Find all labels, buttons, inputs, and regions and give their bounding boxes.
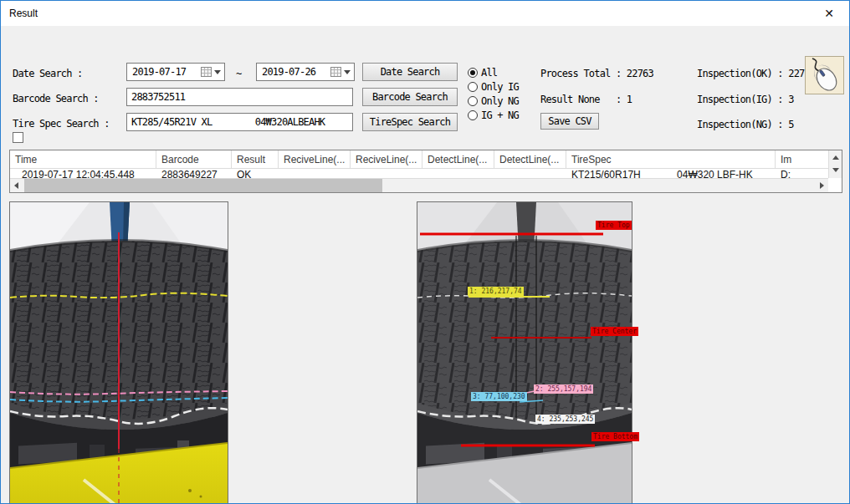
column-header-tirespec[interactable]: TireSpec xyxy=(566,150,776,168)
tirespec-search-label: Tire Spec Search : xyxy=(13,118,110,130)
process-total: Process Total : 22763 xyxy=(540,68,653,79)
table-body: 2019-07-17 12:04:45.448 2883649227 OK KT… xyxy=(10,169,842,178)
results-table: Time Barcode Result ReciveLine(... Reciv… xyxy=(9,150,842,193)
scrollbar-thumb[interactable] xyxy=(24,179,382,192)
cell-detectline1 xyxy=(422,169,494,178)
inspection-ig: Inspection(IG) : 3 xyxy=(697,94,794,105)
result-filter-group: All Only IG Only NG IG + NG xyxy=(468,65,519,122)
cell-result: OK xyxy=(232,169,279,178)
result-none-label: Result None : xyxy=(540,94,621,105)
radio-only-ng[interactable]: Only NG xyxy=(468,94,519,108)
radio-icon[interactable] xyxy=(468,82,478,92)
scroll-up-icon[interactable] xyxy=(832,155,839,160)
inspection-ig-label: Inspection(IG) : xyxy=(697,94,783,105)
radio-only-ng-label: Only NG xyxy=(481,95,519,107)
process-total-value: 22763 xyxy=(627,68,653,79)
window-title: Result xyxy=(9,8,38,19)
radio-icon[interactable] xyxy=(468,68,478,78)
inspection-ng-label: Inspection(NG) : xyxy=(697,119,783,130)
column-header-detectline1[interactable]: DetectLine(... xyxy=(422,150,494,168)
tire-center-label: Tire Center xyxy=(591,327,638,336)
chevron-down-icon[interactable] xyxy=(344,70,351,74)
radio-ig-ng-label: IG + NG xyxy=(481,109,519,121)
tirespec-search-input[interactable] xyxy=(126,113,353,131)
radio-icon[interactable] xyxy=(468,110,478,120)
radio-only-ig[interactable]: Only IG xyxy=(468,79,519,94)
line4-label: 4: 235,253,245 xyxy=(535,415,595,424)
tire-image-inspection: Tire Top 1: 216,217,74 Tire Center 2: 25… xyxy=(417,201,632,504)
cell-reciveline2 xyxy=(351,169,422,178)
date-from-picker[interactable]: 2019-07-17 xyxy=(126,63,225,81)
line3-label: 3: 77,100,230 xyxy=(471,392,527,401)
result-none: Result None : 1 xyxy=(540,94,632,105)
table-row[interactable]: 2019-07-17 12:04:45.448 2883649227 OK KT… xyxy=(10,169,842,178)
line2-label: 2: 255,157,194 xyxy=(534,384,593,394)
barcode-search-label: Barcode Search : xyxy=(13,93,99,104)
column-header-reciveline2[interactable]: ReciveLine(... xyxy=(351,150,422,168)
column-header-detectline2[interactable]: DetectLine(... xyxy=(494,150,566,168)
client-area: Date Search : 2019-07-17 ~ 2019-07-26 Da… xyxy=(1,26,849,503)
date-to-value: 2019-07-26 xyxy=(262,66,330,78)
radio-all-label: All xyxy=(481,67,497,79)
mouse-icon-button[interactable] xyxy=(805,56,844,94)
line1-label: 1: 216,217,74 xyxy=(468,287,524,296)
column-header-result[interactable]: Result xyxy=(232,150,279,168)
radio-only-ig-label: Only IG xyxy=(481,81,519,93)
scroll-left-icon[interactable] xyxy=(14,182,18,189)
cell-time: 2019-07-17 12:04:45.448 xyxy=(10,169,156,178)
calendar-icon[interactable] xyxy=(201,67,212,77)
cell-reciveline1 xyxy=(279,169,351,178)
inspection-ng-value: 5 xyxy=(788,119,793,130)
radio-icon[interactable] xyxy=(468,96,478,106)
barcode-search-input[interactable] xyxy=(126,88,353,106)
process-total-label: Process Total : xyxy=(540,68,621,79)
scroll-right-icon[interactable] xyxy=(820,182,824,189)
cell-barcode: 2883649227 xyxy=(156,169,232,178)
column-header-barcode[interactable]: Barcode xyxy=(156,150,232,168)
cell-tirespec: KT215/60R17H 04₩320 LBF-HK xyxy=(566,169,776,178)
column-header-image[interactable]: Im xyxy=(776,150,816,168)
radio-all[interactable]: All xyxy=(468,65,519,79)
tire-bottom-label: Tire Bottom xyxy=(591,432,639,441)
vertical-scrollbar[interactable] xyxy=(828,150,842,178)
inspection-ig-value: 3 xyxy=(788,94,793,105)
result-none-value: 1 xyxy=(627,94,632,105)
save-csv-button[interactable]: Save CSV xyxy=(540,113,599,130)
barcode-search-button[interactable]: Barcode Search xyxy=(362,88,458,106)
tire-top-label: Tire Top xyxy=(596,221,632,230)
inspection-ng: Inspection(NG) : 5 xyxy=(697,119,794,130)
scroll-down-icon[interactable] xyxy=(832,168,839,172)
date-search-label: Date Search : xyxy=(13,68,83,79)
chevron-down-icon[interactable] xyxy=(214,70,221,74)
date-from-value: 2019-07-17 xyxy=(132,66,201,78)
inspection-ok: Inspection(OK) : 22754 xyxy=(697,68,815,79)
cell-detectline2 xyxy=(494,169,566,178)
date-search-button[interactable]: Date Search xyxy=(362,63,458,81)
result-window: Result ✕ Date Search : 2019-07-17 ~ 2019… xyxy=(0,0,850,504)
calendar-icon[interactable] xyxy=(330,67,341,77)
titlebar: Result ✕ xyxy=(1,1,849,26)
radio-ig-ng[interactable]: IG + NG xyxy=(468,108,519,122)
date-to-picker[interactable]: 2019-07-26 xyxy=(256,63,355,81)
cell-image: D: xyxy=(776,169,816,178)
close-icon[interactable]: ✕ xyxy=(821,6,837,21)
tirespec-search-button[interactable]: TireSpec Search xyxy=(362,113,458,131)
mouse-icon xyxy=(806,57,843,94)
table-header: Time Barcode Result ReciveLine(... Reciv… xyxy=(10,150,842,169)
column-header-reciveline1[interactable]: ReciveLine(... xyxy=(279,150,351,168)
horizontal-scrollbar[interactable] xyxy=(10,178,828,192)
inspection-ok-label: Inspection(OK) : xyxy=(697,68,783,79)
tire-image-color xyxy=(9,201,228,504)
column-header-time[interactable]: Time xyxy=(10,150,156,168)
unlabeled-checkbox[interactable] xyxy=(13,132,23,143)
date-range-tilde: ~ xyxy=(236,68,241,79)
